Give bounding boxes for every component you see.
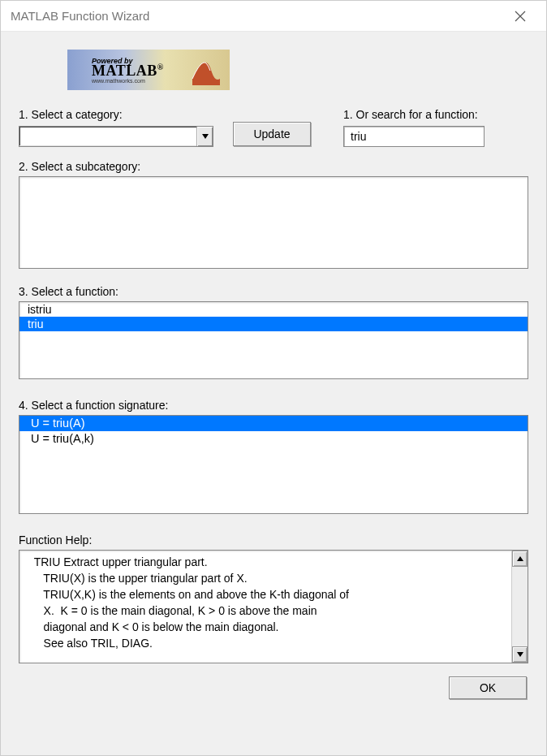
function-label: 3. Select a function: bbox=[19, 285, 528, 298]
chevron-down-icon bbox=[202, 134, 209, 139]
category-select[interactable] bbox=[19, 126, 213, 147]
top-row: 1. Select a category: Update 1. Or searc… bbox=[19, 108, 528, 147]
footer: OK bbox=[19, 676, 528, 699]
signature-label: 4. Select a function signature: bbox=[19, 399, 528, 412]
update-button[interactable]: Update bbox=[233, 122, 311, 146]
search-column: 1. Or search for a function: bbox=[343, 108, 485, 147]
list-item[interactable]: istriu bbox=[19, 302, 528, 317]
search-input[interactable] bbox=[343, 126, 485, 147]
help-panel: TRIU Extract upper triangular part. TRIU… bbox=[19, 550, 528, 663]
function-listbox[interactable]: istriutriu bbox=[19, 301, 528, 379]
matlab-wave-icon bbox=[189, 54, 223, 85]
help-line: TRIU Extract upper triangular part. bbox=[31, 554, 500, 570]
list-item[interactable]: triu bbox=[19, 317, 528, 331]
help-line: TRIU(X) is the upper triangular part of … bbox=[31, 570, 500, 586]
scroll-up-button[interactable] bbox=[512, 551, 528, 567]
triangle-up-icon bbox=[517, 556, 523, 561]
matlab-logo: Powered by MATLAB® www.mathworks.com bbox=[67, 50, 230, 90]
help-label: Function Help: bbox=[19, 534, 528, 546]
scroll-down-button[interactable] bbox=[512, 646, 528, 663]
help-line: X. K = 0 is the main diagonal, K > 0 is … bbox=[31, 603, 500, 619]
help-line: See also TRIL, DIAG. bbox=[31, 635, 500, 651]
scroll-track[interactable] bbox=[512, 567, 528, 646]
help-text-area[interactable]: TRIU Extract upper triangular part. TRIU… bbox=[19, 551, 511, 663]
help-scrollbar[interactable] bbox=[511, 551, 528, 663]
triangle-down-icon bbox=[517, 652, 523, 657]
window-title: MATLAB Function Wizard bbox=[11, 9, 149, 23]
close-button[interactable] bbox=[504, 1, 536, 31]
content-pane: Powered by MATLAB® www.mathworks.com 1. … bbox=[1, 32, 546, 755]
ok-button[interactable]: OK bbox=[449, 676, 527, 699]
search-label: 1. Or search for a function: bbox=[343, 108, 485, 121]
signature-listbox[interactable]: U = triu(A)U = triu(A,k) bbox=[19, 415, 528, 514]
list-item[interactable]: U = triu(A) bbox=[19, 416, 528, 431]
update-column: Update bbox=[233, 122, 311, 147]
list-item[interactable]: U = triu(A,k) bbox=[19, 431, 528, 447]
category-column: 1. Select a category: bbox=[19, 108, 213, 147]
subcategory-listbox[interactable] bbox=[19, 176, 528, 269]
help-line: diagonal and K < 0 is below the main dia… bbox=[31, 619, 500, 635]
app-window: MATLAB Function Wizard Powered by MATLAB… bbox=[0, 0, 547, 756]
category-label: 1. Select a category: bbox=[19, 108, 213, 121]
subcategory-label: 2. Select a subcategory: bbox=[19, 160, 528, 173]
help-line: TRIU(X,K) is the elements on and above t… bbox=[31, 586, 500, 603]
close-icon bbox=[515, 11, 526, 22]
category-dropdown-button[interactable] bbox=[196, 127, 213, 146]
logo-row: Powered by MATLAB® www.mathworks.com bbox=[19, 50, 528, 90]
titlebar: MATLAB Function Wizard bbox=[1, 1, 546, 32]
